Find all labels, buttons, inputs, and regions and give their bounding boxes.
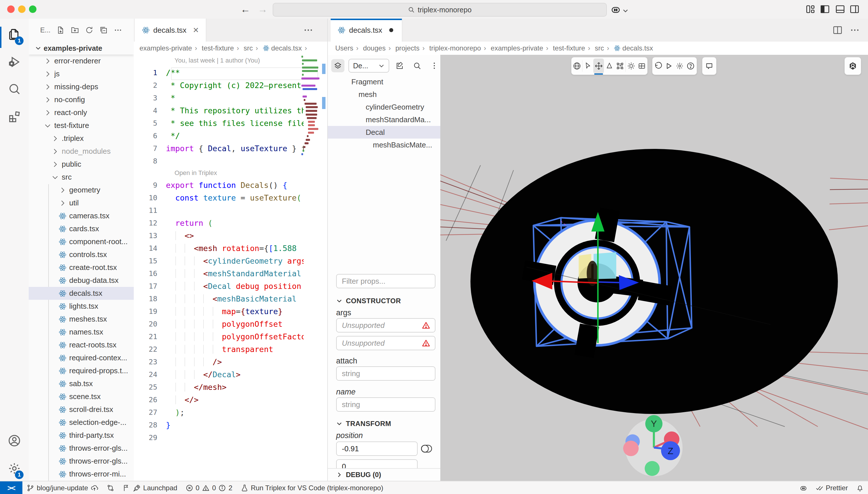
unsaved-dot-icon[interactable]	[389, 28, 393, 32]
zoom-window-button[interactable]	[29, 5, 36, 13]
file-tree-item-public[interactable]: public	[29, 158, 134, 171]
editor-actions-more-icon[interactable]	[850, 25, 860, 35]
formatter-item[interactable]: Prettier	[811, 481, 852, 494]
file-tree-item-cards-tsx[interactable]: cards.tsx	[29, 222, 134, 235]
file-tree-item-meshes-tsx[interactable]: meshes.tsx	[29, 313, 134, 326]
file-tree-item-create-root-tsx[interactable]: create-root.tsx	[29, 261, 134, 274]
file-tree-item-geometry[interactable]: geometry	[29, 184, 134, 196]
code-line-9[interactable]: 9export function Decals() {	[134, 179, 327, 191]
search-scene-button[interactable]	[410, 59, 424, 72]
filter-props-input[interactable]	[336, 274, 436, 288]
breadcrumb[interactable]: examples-private	[140, 44, 192, 52]
breadcrumb[interactable]: Users	[335, 44, 353, 52]
file-tree-item-required-props-t-[interactable]: required-props.t...	[29, 364, 134, 377]
code-line-2[interactable]: 2 * Copyright (c) 2022–present	[134, 79, 327, 92]
code-line-15[interactable]: 15 <cylinderGeometry args	[134, 254, 327, 267]
file-tree-item-names-tsx[interactable]: names.tsx	[29, 326, 134, 339]
navigate-back-icon[interactable]: ←	[241, 4, 250, 14]
code-line-4[interactable]: 4 * This repository utilizes the	[134, 104, 327, 117]
breadcrumb[interactable]: test-fixture	[543, 44, 585, 52]
editor-actions-more-icon[interactable]	[303, 25, 313, 35]
scene-tree-item-Decal[interactable]: Decal	[328, 126, 441, 138]
triplex-3d-viewport[interactable]: Y Z	[440, 55, 868, 481]
globe-tool-button[interactable]	[572, 58, 582, 73]
move-tool-button[interactable]	[593, 58, 604, 73]
code-line-10[interactable]: 10 const texture = useTexture(	[134, 191, 327, 204]
file-tree-item-lights-tsx[interactable]: lights.tsx	[29, 300, 134, 313]
breadcrumb[interactable]: src	[234, 44, 253, 52]
transform-tool-button[interactable]	[615, 58, 625, 73]
args-field-0[interactable]	[341, 321, 422, 330]
remote-indicator[interactable]: ><	[0, 481, 22, 494]
collapse-all-icon[interactable]	[99, 26, 108, 34]
launchpad-item[interactable]: Launchpad	[118, 481, 181, 494]
code-line-25[interactable]: 25 </mesh>	[134, 381, 327, 393]
file-tree-item-third-party-tsx[interactable]: third-party.tsx	[29, 429, 134, 442]
grid-toggle-button[interactable]	[636, 58, 647, 73]
open-in-triplex-code-lens[interactable]: Open in Triplex	[134, 167, 327, 179]
args-input-1[interactable]	[336, 336, 436, 350]
file-tree-item-scene-tsx[interactable]: scene.tsx	[29, 390, 134, 403]
file-tree-item-error-renderer[interactable]: error-renderer	[29, 55, 134, 68]
scene-tree-item-cylinderGeometry[interactable]: cylinderGeometry	[328, 101, 441, 113]
name-input[interactable]	[336, 397, 436, 412]
code-line-13[interactable]: 13 <>	[134, 229, 327, 242]
more-actions-icon[interactable]	[114, 26, 122, 34]
select-tool-button[interactable]	[583, 58, 593, 73]
layout-customize-icon[interactable]	[806, 4, 816, 14]
filter-props-field[interactable]	[341, 277, 430, 286]
explorer-section-header[interactable]: examples-private	[29, 42, 134, 55]
chevron-down-icon[interactable]	[622, 7, 629, 14]
position-x-field[interactable]	[341, 444, 412, 454]
code-line-8[interactable]: 8	[134, 155, 327, 167]
file-tree-item--triplex[interactable]: .triplex	[29, 132, 134, 145]
file-tree-item-scroll-drei-tsx[interactable]: scroll-drei.tsx	[29, 403, 134, 416]
file-tree-item-throws-error-gls-[interactable]: throws-error-gls...	[29, 442, 134, 455]
args-field-1[interactable]	[341, 339, 422, 348]
code-line-6[interactable]: 6 */	[134, 129, 327, 142]
scene-tree-item-mesh[interactable]: mesh	[328, 88, 441, 101]
axis-negx-ball[interactable]	[623, 441, 639, 456]
code-line-5[interactable]: 5 * see this files license file	[134, 117, 327, 129]
breadcrumb[interactable]: decals.tsx	[253, 44, 302, 52]
minimap[interactable]	[301, 56, 321, 170]
code-line-16[interactable]: 16 <meshStandardMaterial	[134, 267, 327, 280]
breadcrumb[interactable]: decals.tsx	[604, 44, 653, 52]
file-tree-item-throws-error-gls-[interactable]: throws-error-gls...	[29, 455, 134, 468]
file-tree-item-no-config[interactable]: no-config	[29, 93, 134, 106]
toggle-link-icon[interactable]	[421, 444, 432, 453]
scene-tree-item-Fragment[interactable]: Fragment	[328, 75, 441, 88]
account-icon[interactable]	[8, 434, 21, 447]
copilot-icon[interactable]	[610, 4, 621, 15]
split-editor-icon[interactable]	[832, 25, 843, 35]
scale-tool-button[interactable]	[604, 58, 614, 73]
extensions-icon[interactable]	[8, 110, 21, 123]
sidebar-right-icon[interactable]	[849, 4, 860, 14]
code-line-23[interactable]: 23 />	[134, 356, 327, 368]
help-button[interactable]	[685, 58, 696, 73]
file-tree-item-throws-error-mi-[interactable]: throws-error-mi...	[29, 468, 134, 480]
file-tree-item-decals-tsx[interactable]: decals.tsx	[29, 287, 134, 300]
tab-decals-tsx[interactable]: decals.tsx ✕	[135, 19, 206, 42]
panel-bottom-icon[interactable]	[835, 4, 845, 14]
file-tree-item-react-only[interactable]: react-only	[29, 106, 134, 119]
file-tree-item-selection-edge-[interactable]: selection-edge-...	[29, 416, 134, 429]
problems-item[interactable]: 0 0 2	[181, 481, 237, 494]
code-line-28[interactable]: 28}	[134, 419, 327, 431]
breadcrumb[interactable]: src	[585, 44, 604, 52]
refresh-icon[interactable]	[85, 26, 94, 34]
attach-field[interactable]	[341, 369, 430, 378]
breadcrumb[interactable]: examples-private	[481, 44, 543, 52]
lighting-toggle-button[interactable]	[626, 58, 636, 73]
code-line-17[interactable]: 17 <Decal debug position	[134, 280, 327, 292]
layers-button[interactable]	[331, 59, 345, 72]
scene-menu-button[interactable]	[428, 59, 441, 72]
constructor-section-header[interactable]: CONSTRUCTOR	[336, 297, 401, 305]
file-tree-item-js[interactable]: js	[29, 68, 134, 80]
code-line-3[interactable]: 3 *	[134, 92, 327, 104]
command-center-search[interactable]: triplex-monorepo	[273, 3, 607, 17]
component-select[interactable]: De...	[349, 59, 389, 73]
debug-section-header[interactable]: DEBUG (0)	[328, 468, 441, 481]
file-tree-item-debug-data-tsx[interactable]: debug-data.tsx	[29, 274, 134, 287]
run-triplex-item[interactable]: Run Triplex for VS Code (triplex-monorep…	[237, 481, 388, 494]
